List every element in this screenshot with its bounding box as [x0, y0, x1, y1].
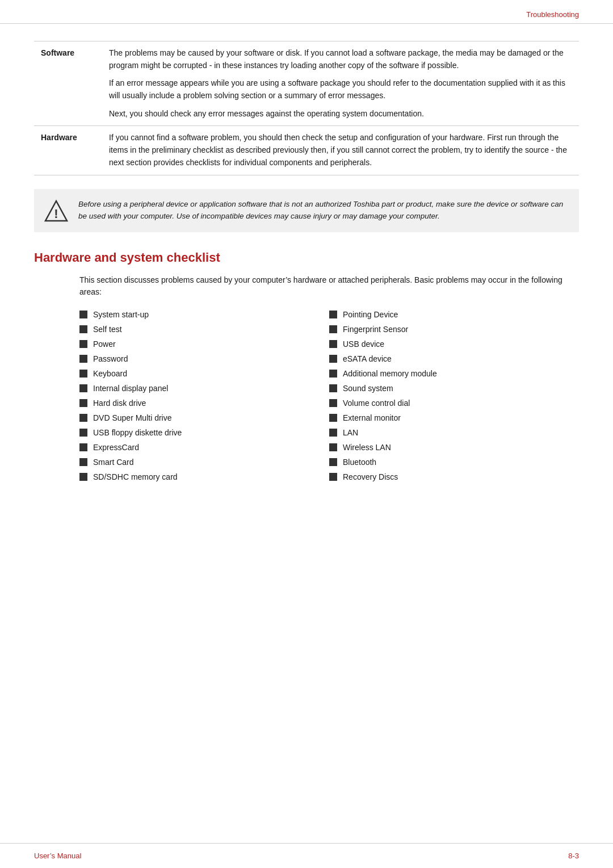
warning-text: Before using a peripheral device or appl… [78, 198, 569, 223]
footer-left: User’s Manual [34, 852, 81, 860]
list-bullet [79, 355, 87, 363]
list-bullet [329, 473, 337, 481]
list-item-label: Sound system [343, 383, 393, 395]
list-bullet [79, 311, 87, 318]
list-bullet [329, 370, 337, 378]
page-header: Troubleshooting [0, 0, 613, 24]
list-item: Bluetooth [329, 456, 579, 468]
list-item: Recovery Discs [329, 471, 579, 483]
list-item-label: Volume control dial [343, 397, 410, 409]
list-item: USB device [329, 338, 579, 350]
list-item: eSATA device [329, 353, 579, 365]
list-item-label: Password [93, 353, 128, 365]
list-item-label: External monitor [343, 412, 401, 424]
footer-right: 8-3 [568, 852, 579, 860]
list-bullet [79, 414, 87, 422]
list-item-label: Pointing Device [343, 309, 398, 321]
list-item: USB floppy diskette drive [79, 427, 329, 439]
list-item-label: USB floppy diskette drive [93, 427, 182, 439]
table-content: If you cannot find a software problem, y… [102, 126, 579, 175]
list-item-label: Self test [93, 324, 122, 336]
list-item: Internal display panel [79, 383, 329, 395]
list-item-label: System start-up [93, 309, 149, 321]
list-item: ExpressCard [79, 442, 329, 454]
list-bullet [79, 429, 87, 437]
list-bullet [79, 473, 87, 481]
list-bullet [329, 340, 337, 348]
list-item-label: Keyboard [93, 368, 127, 380]
list-bullet [329, 311, 337, 318]
list-bullet [329, 458, 337, 466]
list-item: Password [79, 353, 329, 365]
list-bullet [329, 325, 337, 333]
header-title: Troubleshooting [526, 10, 579, 19]
list-item: Fingerprint Sensor [329, 324, 579, 336]
list-item-label: Recovery Discs [343, 471, 398, 483]
table-row: HardwareIf you cannot find a software pr… [34, 126, 579, 175]
list-bullet [79, 370, 87, 378]
warning-icon: ! [44, 199, 68, 223]
section-intro: This section discusses problems caused b… [79, 274, 579, 299]
main-content: SoftwareThe problems may be caused by yo… [0, 41, 613, 531]
list-item-label: Smart Card [93, 456, 134, 468]
list-item-label: Internal display panel [93, 383, 168, 395]
checklist-left: System start-upSelf testPowerPasswordKey… [79, 309, 329, 486]
list-item-label: Hard disk drive [93, 397, 146, 409]
list-bullet [329, 399, 337, 407]
list-item: Hard disk drive [79, 397, 329, 409]
list-bullet [329, 443, 337, 451]
list-item: Smart Card [79, 456, 329, 468]
list-item-label: SD/SDHC memory card [93, 471, 178, 483]
list-item-label: Power [93, 338, 116, 350]
list-item: Volume control dial [329, 397, 579, 409]
list-item: Pointing Device [329, 309, 579, 321]
list-item: DVD Super Multi drive [79, 412, 329, 424]
list-item-label: Wireless LAN [343, 442, 391, 454]
list-bullet [329, 355, 337, 363]
list-item-label: Additional memory module [343, 368, 437, 380]
list-item: SD/SDHC memory card [79, 471, 329, 483]
list-item: Sound system [329, 383, 579, 395]
table-paragraph: The problems may be caused by your softw… [109, 47, 572, 72]
list-bullet [329, 384, 337, 392]
list-item-label: ExpressCard [93, 442, 139, 454]
checklist-right: Pointing DeviceFingerprint SensorUSB dev… [329, 309, 579, 486]
table-content: The problems may be caused by your softw… [102, 41, 579, 126]
section-heading: Hardware and system checklist [34, 250, 579, 265]
list-item: External monitor [329, 412, 579, 424]
table-label: Hardware [34, 126, 102, 175]
list-item: LAN [329, 427, 579, 439]
list-bullet [79, 458, 87, 466]
list-bullet [79, 384, 87, 392]
table-label: Software [34, 41, 102, 126]
list-item: Keyboard [79, 368, 329, 380]
table-paragraph: If an error message appears while you ar… [109, 77, 572, 102]
warning-box: ! Before using a peripheral device or ap… [34, 189, 579, 232]
list-bullet [79, 399, 87, 407]
list-bullet [79, 340, 87, 348]
list-item: Wireless LAN [329, 442, 579, 454]
list-item-label: USB device [343, 338, 384, 350]
list-item: Additional memory module [329, 368, 579, 380]
list-item-label: Fingerprint Sensor [343, 324, 408, 336]
table-paragraph: If you cannot find a software problem, y… [109, 132, 572, 169]
list-item: System start-up [79, 309, 329, 321]
list-bullet [329, 414, 337, 422]
content-table: SoftwareThe problems may be caused by yo… [34, 41, 579, 175]
list-bullet [329, 429, 337, 437]
list-bullet [79, 325, 87, 333]
checklist-container: System start-upSelf testPowerPasswordKey… [79, 309, 579, 486]
list-bullet [79, 443, 87, 451]
list-item-label: eSATA device [343, 353, 392, 365]
svg-text:!: ! [54, 207, 58, 221]
table-row: SoftwareThe problems may be caused by yo… [34, 41, 579, 126]
list-item-label: DVD Super Multi drive [93, 412, 172, 424]
list-item-label: Bluetooth [343, 456, 376, 468]
page-container: Troubleshooting SoftwareThe problems may… [0, 0, 613, 868]
page-footer: User’s Manual 8-3 [0, 843, 613, 868]
list-item: Self test [79, 324, 329, 336]
table-paragraph: Next, you should check any error message… [109, 108, 572, 120]
list-item: Power [79, 338, 329, 350]
list-item-label: LAN [343, 427, 358, 439]
